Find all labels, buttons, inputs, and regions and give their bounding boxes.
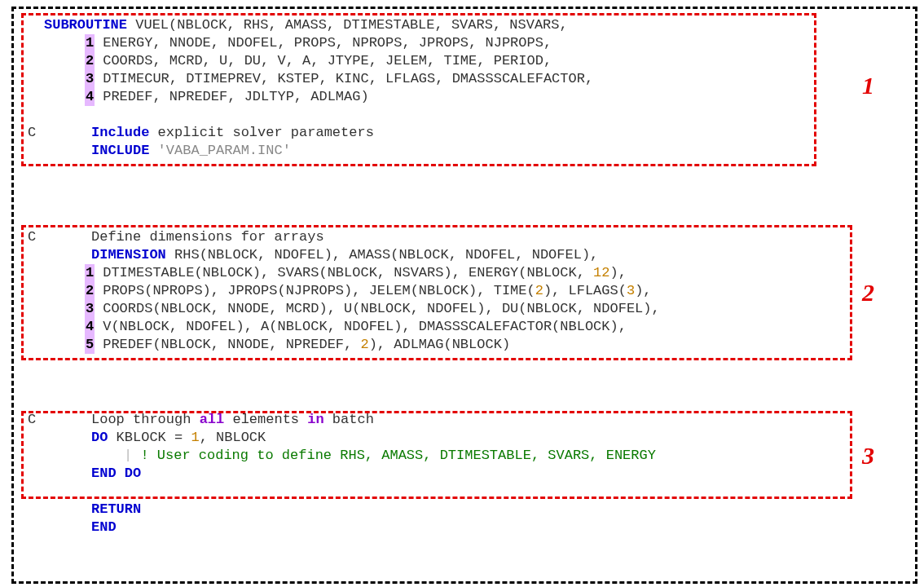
code-text: PROPS(NPROPS), JPROPS(NJPROPS), JELEM(NB… (95, 283, 535, 298)
code-line: | ! User coding to define RHS, AMASS, DT… (28, 447, 843, 465)
keyword-subroutine: SUBROUTINE (44, 17, 127, 33)
continuation-num: 2 (85, 52, 95, 70)
code-text: VUEL(NBLOCK, RHS, AMASS, DTIMESTABLE, SV… (127, 17, 568, 33)
code-line: 4 PREDEF, NPREDEF, JDLTYP, ADLMAG) (28, 88, 843, 106)
code-line: DIMENSION RHS(NBLOCK, NDOFEL), AMASS(NBL… (28, 246, 843, 264)
code-text: batch (324, 412, 374, 427)
section-label-3: 3 (862, 442, 874, 470)
code-text: explicit solver parameters (149, 125, 373, 140)
code-line: RETURN (28, 501, 843, 519)
code-line: CDefine dimensions for arrays (28, 228, 843, 246)
keyword-return: RETURN (91, 501, 141, 517)
code-text: KBLOCK (108, 430, 174, 445)
comment-c: C (28, 228, 44, 246)
continuation-num: 4 (85, 318, 95, 336)
number-literal: 1 (191, 430, 199, 445)
code-line: 1 ENERGY, NNODE, NDOFEL, PROPS, NPROPS, … (28, 34, 843, 52)
continuation-num: 1 (85, 264, 95, 282)
number-literal: 2 (360, 337, 368, 352)
section-label-1: 1 (862, 72, 874, 99)
code-text: PREDEF, NPREDEF, JDLTYP, ADLMAG) (95, 89, 369, 104)
blank-line (28, 106, 843, 124)
comment-c: C (28, 411, 44, 429)
keyword-enddo: END DO (91, 466, 141, 481)
code-line: 3 COORDS(NBLOCK, NNODE, MCRD), U(NBLOCK,… (28, 300, 843, 318)
code-text: COORDS, MCRD, U, DU, V, A, JTYPE, JELEM,… (95, 53, 552, 68)
section-label-2: 2 (862, 279, 874, 307)
continuation-num: 4 (85, 88, 95, 106)
keyword-in: in (307, 412, 323, 427)
code-text: Define dimensions for arrays (91, 229, 324, 245)
continuation-num: 2 (85, 282, 95, 300)
code-text: PREDEF(NBLOCK, NNODE, NPREDEF, (95, 337, 360, 352)
code-line: CLoop through all elements in batch (28, 411, 843, 429)
keyword-end: END (91, 519, 117, 535)
code-line: CInclude explicit solver parameters (28, 124, 843, 142)
string-literal: 'VABA_PARAM.INC' (149, 143, 290, 158)
code-line: INCLUDE 'VABA_PARAM.INC' (28, 142, 843, 160)
code-text: Loop through (91, 412, 200, 427)
code-text: ), (635, 283, 651, 298)
code-text: COORDS(NBLOCK, NNODE, MCRD), U(NBLOCK, N… (95, 301, 660, 316)
code-text: ), ADLMAG(NBLOCK) (369, 337, 510, 352)
code-listing: SUBROUTINE VUEL(NBLOCK, RHS, AMASS, DTIM… (28, 16, 843, 536)
continuation-num: 3 (85, 300, 95, 318)
code-text: V(NBLOCK, NDOFEL), A(NBLOCK, NDOFEL), DM… (95, 319, 627, 334)
code-text: , NBLOCK (200, 430, 266, 445)
code-text: DTIMESTABLE(NBLOCK), SVARS(NBLOCK, NSVAR… (95, 265, 593, 280)
code-text: ), LFLAGS( (543, 283, 627, 298)
comment-text: ! User coding to define RHS, AMASS, DTIM… (132, 448, 656, 463)
code-text: ), (610, 265, 627, 280)
code-text: ENERGY, NNODE, NDOFEL, PROPS, NPROPS, JP… (95, 35, 552, 51)
number-literal: 3 (627, 283, 635, 298)
equals: = (174, 430, 183, 445)
indent-bar: | (124, 448, 132, 463)
code-text: RHS(NBLOCK, NDOFEL), AMASS(NBLOCK, NDOFE… (166, 247, 599, 263)
comment-c: C (28, 124, 44, 142)
keyword-all: all (200, 412, 225, 427)
code-line: 5 PREDEF(NBLOCK, NNODE, NPREDEF, 2), ADL… (28, 336, 843, 354)
code-line: END (28, 519, 843, 536)
continuation-num: 3 (85, 70, 95, 88)
code-text: elements (224, 412, 307, 427)
code-line: 4 V(NBLOCK, NDOFEL), A(NBLOCK, NDOFEL), … (28, 318, 843, 336)
keyword-include: Include (91, 125, 149, 140)
continuation-num: 1 (85, 34, 95, 52)
code-line: END DO (28, 465, 843, 483)
number-literal: 2 (535, 283, 543, 298)
code-line: SUBROUTINE VUEL(NBLOCK, RHS, AMASS, DTIM… (28, 16, 843, 34)
code-line: 3 DTIMECUR, DTIMEPREV, KSTEP, KINC, LFLA… (28, 70, 843, 88)
keyword-include: INCLUDE (91, 143, 149, 158)
keyword-dimension: DIMENSION (91, 247, 166, 263)
code-line: 2 PROPS(NPROPS), JPROPS(NJPROPS), JELEM(… (28, 282, 843, 300)
code-text: DTIMECUR, DTIMEPREV, KSTEP, KINC, LFLAGS… (95, 71, 593, 86)
code-line: DO KBLOCK = 1, NBLOCK (28, 429, 843, 447)
code-line: 2 COORDS, MCRD, U, DU, V, A, JTYPE, JELE… (28, 52, 843, 70)
continuation-num: 5 (85, 336, 95, 354)
keyword-do: DO (91, 430, 108, 445)
number-literal: 12 (593, 265, 609, 280)
code-line: 1 DTIMESTABLE(NBLOCK), SVARS(NBLOCK, NSV… (28, 264, 843, 282)
